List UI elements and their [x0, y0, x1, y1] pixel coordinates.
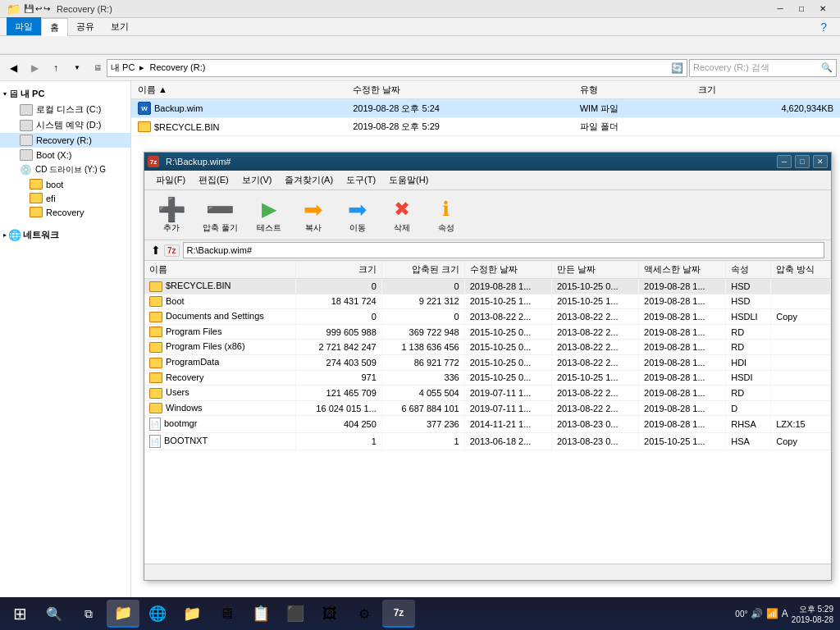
search-icon[interactable]: 🔍 [821, 62, 833, 73]
menu-tools[interactable]: 도구(T) [341, 172, 381, 188]
task-view-button[interactable]: ⧉ [72, 600, 105, 628]
file-type: WIM 파일 [573, 99, 692, 118]
drow-modified: 2019-07-11 1... [464, 386, 551, 401]
drow-compressed: 0 [381, 309, 464, 325]
taskbar-7zip[interactable]: 7z [382, 600, 415, 628]
sidebar-item-recovery-r[interactable]: Recovery (R:) [0, 133, 130, 148]
move-icon: ➡ [345, 196, 371, 222]
col-name[interactable]: 이름 ▲ [131, 81, 346, 99]
dialog-table-row[interactable]: ProgramData 274 403 509 86 921 772 2015-… [144, 354, 831, 370]
table-row[interactable]: $RECYCLE.BIN 2019-08-28 오후 5:29 파일 폴더 [131, 118, 840, 136]
menu-edit[interactable]: 편집(E) [194, 172, 234, 188]
quick-redo[interactable]: ↪ [43, 4, 50, 13]
maximize-button[interactable]: □ [791, 0, 812, 18]
recent-locations[interactable]: ▼ [67, 58, 87, 78]
drow-size: 971 [296, 370, 382, 386]
dialog-table-row[interactable]: Program Files (x86) 2 721 842 247 1 138 … [144, 340, 831, 355]
tool-test-button[interactable]: ▶ 테스트 [249, 194, 290, 236]
menu-view[interactable]: 보기(V) [237, 172, 277, 188]
help-icon[interactable]: ? [814, 19, 833, 35]
sidebar-item-boot-x[interactable]: Boot (X:) [0, 148, 130, 162]
tab-share[interactable]: 공유 [68, 17, 103, 35]
menu-help[interactable]: 도움말(H) [384, 172, 433, 188]
sidebar-item-cd-y[interactable]: 💿 CD 드라이브 (Y:) G [0, 162, 130, 177]
dialog-table-row[interactable]: Users 121 465 709 4 055 504 2019-07-11 1… [144, 386, 831, 401]
quick-undo[interactable]: ↩ [35, 4, 42, 13]
taskbar-settings[interactable]: ⚙ [348, 600, 381, 628]
taskbar-explorer[interactable]: 📁 [107, 600, 139, 628]
dialog-path[interactable]: R:\Backup.wim# [183, 242, 824, 258]
drow-size: 121 465 709 [296, 386, 382, 401]
tab-file[interactable]: 파일 [7, 17, 41, 35]
dcol-name[interactable]: 이름 [144, 261, 296, 279]
dcol-created[interactable]: 만든 날짜 [551, 261, 638, 279]
sidebar-item-efi-folder[interactable]: efi [0, 191, 130, 205]
drow-size: 2 721 842 247 [296, 340, 382, 355]
tab-view[interactable]: 보기 [103, 17, 137, 35]
dcol-modified[interactable]: 수정한 날짜 [464, 261, 551, 279]
tab-home[interactable]: 홈 [41, 18, 68, 36]
search-bar[interactable]: Recovery (R:) 검색 🔍 [689, 59, 837, 77]
sidebar-section-network[interactable]: ▸ 🌐 네트워크 [0, 226, 130, 243]
sidebar-item-system-d[interactable]: 시스템 예약 (D:) [0, 117, 130, 133]
taskbar-files2[interactable]: 📁 [176, 600, 208, 628]
drow-method: LZX:15 [771, 416, 831, 433]
dcol-compressed[interactable]: 압축된 크기 [381, 261, 464, 279]
taskbar-photos[interactable]: 🖼 [313, 600, 346, 628]
back-button[interactable]: ◀ [3, 58, 23, 78]
start-button[interactable]: ⊞ [3, 600, 36, 628]
sidebar-item-boot-folder[interactable]: boot [0, 177, 130, 191]
address-bar[interactable]: 내 PC ▸ Recovery (R:) 🔄 [107, 59, 687, 77]
wim-file-icon: W [138, 102, 151, 115]
col-size[interactable]: 크기 [692, 81, 840, 99]
menu-favorites[interactable]: 즐겨찾기(A) [280, 172, 338, 188]
clock[interactable]: 오후 5:29 2019-08-28 [792, 604, 833, 624]
close-button[interactable]: ✕ [812, 0, 833, 18]
dcol-method[interactable]: 압축 방식 [771, 261, 831, 279]
sidebar-item-local-c[interactable]: 로컬 디스크 (C:) [0, 102, 130, 117]
dcol-size[interactable]: 크기 [296, 261, 382, 279]
minimize-button[interactable]: ─ [769, 0, 791, 18]
dialog-close-button[interactable]: ✕ [813, 155, 828, 168]
sidebar-section-pc[interactable]: ▾ 🖥 내 PC [0, 84, 130, 102]
search-button[interactable]: 🔍 [38, 600, 71, 628]
dialog-table-row[interactable]: Windows 16 024 015 1... 6 687 884 101 20… [144, 400, 831, 416]
table-row[interactable]: W Backup.wim 2019-08-28 오후 5:24 WIM 파일 4… [131, 99, 840, 118]
ribbon-tabs: 파일 홈 공유 보기 ? [0, 18, 840, 36]
dialog-minimize-button[interactable]: ─ [777, 155, 792, 168]
dcol-attr[interactable]: 속성 [726, 261, 771, 279]
sidebar-item-recovery-folder[interactable]: Recovery [0, 205, 130, 219]
dialog-table-row[interactable]: 📄bootmgr 404 250 377 236 2014-11-21 1...… [144, 416, 831, 433]
tool-delete-button[interactable]: ✖ 삭제 [381, 194, 422, 236]
taskbar-browser[interactable]: 🌐 [141, 600, 174, 628]
dialog-toolbar: ➕ 추가 ➖ 압축 풀기 ▶ 테스트 ➡ 복사 ➡ 이동 ✖ 삭제 ℹ 속성 [144, 190, 831, 240]
up-button[interactable]: ↑ [46, 58, 66, 78]
tool-add-button[interactable]: ➕ 추가 [151, 194, 192, 236]
tool-extract-button[interactable]: ➖ 압축 풀기 [195, 194, 245, 236]
tool-props-button[interactable]: ℹ 속성 [426, 194, 467, 236]
dcol-accessed[interactable]: 액세스한 날짜 [639, 261, 726, 279]
taskbar-cmd[interactable]: ⬛ [279, 600, 312, 628]
quick-access-save[interactable]: 💾 [24, 4, 34, 13]
dialog-table-row[interactable]: 📄BOOTNXT 1 1 2013-06-18 2... 2013-08-23 … [144, 433, 831, 450]
menu-file[interactable]: 파일(F) [151, 172, 190, 188]
tool-copy-button[interactable]: ➡ 복사 [293, 194, 334, 236]
drow-attr: HSD [726, 279, 771, 294]
dialog-maximize-button[interactable]: □ [795, 155, 810, 168]
dialog-table-row[interactable]: Documents and Settings 0 0 2013-08-22 2.… [144, 309, 831, 325]
tray-icons: 🔊 📶 [751, 608, 778, 619]
dialog-table-row[interactable]: Recovery 971 336 2015-10-25 0... 2015-10… [144, 370, 831, 386]
dialog-table-row[interactable]: $RECYCLE.BIN 0 0 2019-08-28 1... 2015-10… [144, 279, 831, 294]
forward-button[interactable]: ▶ [25, 58, 44, 78]
refresh-icon[interactable]: 🔄 [671, 62, 683, 74]
col-type[interactable]: 유형 [573, 81, 692, 99]
drow-created: 2013-08-22 2... [551, 309, 638, 325]
col-date[interactable]: 수정한 날짜 [346, 81, 573, 99]
taskbar-notes[interactable]: 📋 [244, 600, 277, 628]
tool-move-button[interactable]: ➡ 이동 [337, 194, 378, 236]
drow-name: ProgramData [144, 354, 296, 370]
dialog-table-row[interactable]: Boot 18 431 724 9 221 312 2015-10-25 1..… [144, 294, 831, 309]
dialog-nav-back[interactable]: ⬆ [151, 244, 161, 257]
taskbar-pc[interactable]: 🖥 [210, 600, 243, 628]
dialog-table-row[interactable]: Program Files 999 605 988 369 722 948 20… [144, 324, 831, 340]
